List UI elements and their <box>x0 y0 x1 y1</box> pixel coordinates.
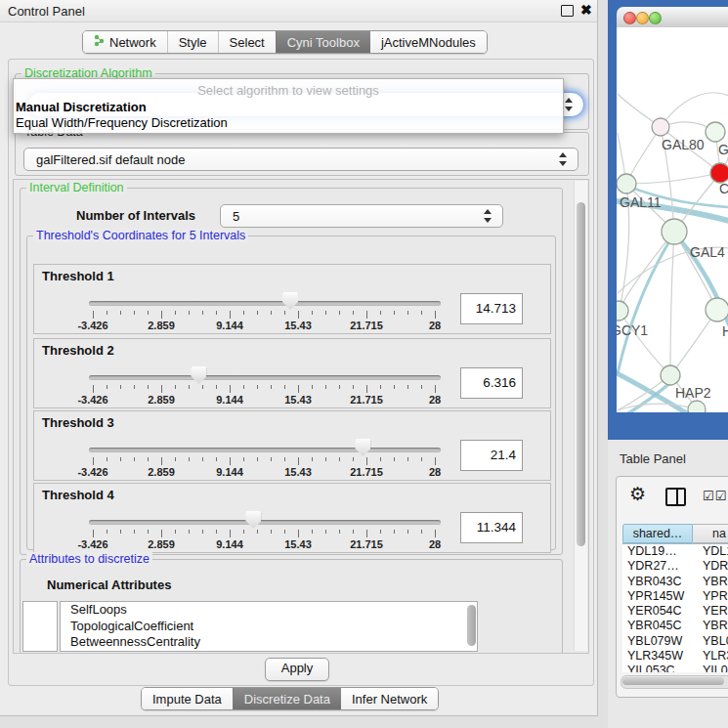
attribute-selection-column[interactable] <box>22 601 58 652</box>
tick-mark <box>353 530 354 534</box>
number-of-intervals-combobox[interactable]: 5 <box>220 204 503 228</box>
slider-track[interactable] <box>89 448 441 452</box>
tick-mark <box>380 311 381 315</box>
threshold-slider[interactable]: -3.4262.8599.14415.4321.71528 <box>34 265 454 333</box>
close-icon[interactable]: ✖ <box>580 2 592 18</box>
network-edge[interactable] <box>619 232 674 311</box>
tick-label: 15.43 <box>284 320 312 331</box>
table-header-shared-name[interactable]: shared… <box>622 524 693 543</box>
network-edge[interactable] <box>674 232 717 310</box>
table-row[interactable]: YBR043C YBR0 <box>622 575 728 589</box>
threshold-value-field[interactable]: 11.344 <box>460 512 523 543</box>
threshold-value-field[interactable]: 14.713 <box>460 293 523 324</box>
network-node-n-gcy1[interactable] <box>617 301 628 321</box>
tick-mark <box>257 457 258 461</box>
table-row[interactable]: YLR345W YLR3 <box>622 649 728 664</box>
tick-mark <box>284 385 285 389</box>
numerical-attributes-list[interactable]: SelfLoopsTopologicalCoefficientBetweenne… <box>60 601 478 652</box>
slider-thumb[interactable] <box>282 292 298 310</box>
tick-mark <box>107 385 107 389</box>
tick-mark <box>312 530 313 534</box>
network-edge[interactable] <box>670 232 674 375</box>
attribute-list-item[interactable]: TopologicalCoefficient <box>61 619 477 635</box>
tab-jactivemnodules[interactable]: jActiveMNodules <box>370 31 487 53</box>
table-row[interactable]: YBL079W YBL0 <box>622 634 728 649</box>
control-panel-titlebar[interactable]: Control Panel ✖ <box>0 0 597 22</box>
slider-thumb[interactable] <box>245 511 261 529</box>
table-row[interactable]: YER054C YER0 <box>622 604 728 619</box>
threshold-slider[interactable]: -3.4262.8599.14415.4321.71528 <box>34 339 454 407</box>
settings-scrollbar-thumb[interactable] <box>577 202 585 546</box>
threshold-slider[interactable]: -3.4262.8599.14415.4321.71528 <box>34 484 454 552</box>
attribute-list-item[interactable]: BetweennessCentrality <box>61 634 477 651</box>
tab-network[interactable]: Network <box>83 31 167 53</box>
network-canvas[interactable]: GAL80G.CGAL11GAL4GCY1HHAP2 <box>617 27 728 412</box>
threshold-value-field[interactable]: 6.316 <box>460 367 523 399</box>
network-node-n-rightmid[interactable] <box>706 298 728 321</box>
stepper-icon <box>565 98 574 111</box>
tick-mark <box>189 385 190 389</box>
table-row[interactable]: YBR045C YBR0 <box>622 619 728 633</box>
gear-icon[interactable]: ⚙ <box>629 485 646 504</box>
apply-button[interactable]: Apply <box>265 658 329 681</box>
table-row[interactable]: YIL053C YIL0 <box>622 664 728 672</box>
tick-mark <box>366 385 367 393</box>
network-node-n-hap2[interactable] <box>661 365 680 385</box>
tab-select[interactable]: Select <box>218 31 276 53</box>
tab-impute-data[interactable]: Impute Data <box>142 688 233 709</box>
tab-infer-network[interactable]: Infer Network <box>341 688 438 709</box>
tick-mark <box>339 457 340 461</box>
tick-mark <box>298 385 299 393</box>
table-row[interactable]: YDL19… YDL1 <box>622 544 728 559</box>
settings-scrollbar[interactable] <box>574 181 587 651</box>
slider-thumb[interactable] <box>355 439 370 456</box>
select-columns-checkboxes-icon[interactable]: ☑☑ <box>703 489 727 503</box>
threshold-panel: Threshold 2 -3.4262.8599.14415.4321.7152… <box>33 338 551 408</box>
tab-label: Infer Network <box>352 692 427 707</box>
threshold-slider[interactable]: -3.4262.8599.14415.4321.71528 <box>34 411 454 480</box>
slider-track[interactable] <box>89 375 441 380</box>
tick-mark <box>407 530 408 534</box>
number-of-intervals-value: 5 <box>233 209 239 224</box>
tab-discretize-data[interactable]: Discretize Data <box>233 688 341 709</box>
slider-track[interactable] <box>89 520 441 525</box>
algorithm-option-equal-width[interactable]: Equal Width/Frequency Discretization <box>16 115 228 130</box>
network-node-n-topright[interactable] <box>706 122 725 142</box>
table-row[interactable]: YPR145W YPR1 <box>622 589 728 604</box>
tick-mark <box>421 457 422 461</box>
minimize-traffic-light-icon[interactable] <box>636 12 649 24</box>
tab-style[interactable]: Style <box>167 31 218 53</box>
tick-label: 2.859 <box>148 394 175 406</box>
network-node-n-bottom[interactable] <box>688 401 706 412</box>
close-traffic-light-icon[interactable] <box>623 12 636 24</box>
list-scrollbar-thumb[interactable] <box>467 605 476 646</box>
algorithm-option-manual[interactable]: Manual Discretization <box>16 100 147 114</box>
network-edge-highlighted[interactable] <box>618 234 674 373</box>
zoom-traffic-light-icon[interactable] <box>649 12 662 24</box>
tick-mark <box>353 311 354 315</box>
tick-mark <box>257 530 258 534</box>
columns-icon[interactable] <box>665 488 686 506</box>
network-window-titlebar[interactable] <box>617 7 728 28</box>
node-label: HAP2 <box>675 385 711 401</box>
network-node-n-gal80[interactable] <box>652 118 669 136</box>
threshold-value-field[interactable]: 21.4 <box>460 440 523 471</box>
table-horizontal-scrollbar[interactable] <box>621 675 728 689</box>
float-window-icon[interactable] <box>561 5 574 17</box>
tab-cyni-toolbox[interactable]: Cyni Toolbox <box>276 31 370 53</box>
network-node-n-gal4[interactable] <box>662 219 687 244</box>
table-row[interactable]: YDR27… YDR2 <box>622 559 728 574</box>
network-node-n-red[interactable] <box>710 163 728 183</box>
network-node-n-gal11[interactable] <box>617 174 636 193</box>
tab-label: jActiveMNodules <box>381 35 476 50</box>
network-edge[interactable] <box>626 173 720 184</box>
tick-mark <box>107 311 107 315</box>
slider-track[interactable] <box>89 301 441 306</box>
tick-label: 15.43 <box>284 466 312 478</box>
table-data-combobox[interactable]: galFiltered.sif default node <box>23 148 578 171</box>
attribute-list-item[interactable]: SelfLoops <box>61 602 477 619</box>
table-header-name[interactable]: na <box>693 524 728 543</box>
slider-thumb[interactable] <box>191 366 206 384</box>
network-graph[interactable]: GAL80G.CGAL11GAL4GCY1HHAP2 <box>617 27 728 412</box>
table-scrollbar-thumb[interactable] <box>622 677 724 685</box>
